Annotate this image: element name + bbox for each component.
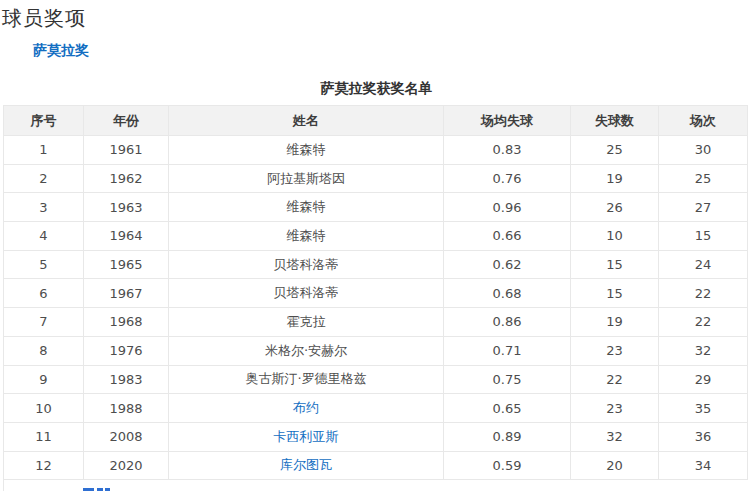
cell-name: 维森特: [169, 222, 444, 251]
cell-conceded: 10: [571, 222, 659, 251]
cell-conceded: 26: [571, 193, 659, 222]
col-header-name: 姓名: [169, 106, 444, 136]
table-row: 101988布约0.652335: [4, 394, 748, 423]
cell-name: 库尔图瓦: [169, 451, 444, 480]
table-caption: 萨莫拉奖获奖名单: [0, 81, 753, 96]
page-title: 球员奖项: [2, 5, 753, 31]
table-row: 91983奥古斯汀·罗德里格兹0.752229: [4, 365, 748, 394]
cell-matches: 36: [659, 422, 748, 451]
cell-conceded: 19: [571, 308, 659, 337]
clipped-next-row: [3, 480, 753, 491]
table-row: 21962阿拉基斯塔因0.761925: [4, 164, 748, 193]
table-row: 51965贝塔科洛蒂0.621524: [4, 250, 748, 279]
cell-no: 4: [4, 222, 84, 251]
cell-name: 霍克拉: [169, 308, 444, 337]
cell-avg: 0.89: [444, 422, 571, 451]
cell-avg: 0.68: [444, 279, 571, 308]
cell-no: 5: [4, 250, 84, 279]
cell-year: 2020: [84, 451, 169, 480]
cell-avg: 0.66: [444, 222, 571, 251]
table-row: 41964维森特0.661015: [4, 222, 748, 251]
col-header-matches: 场次: [659, 106, 748, 136]
cell-conceded: 15: [571, 279, 659, 308]
cell-name: 贝塔科洛蒂: [169, 279, 444, 308]
col-header-conceded: 失球数: [571, 106, 659, 136]
cell-avg: 0.86: [444, 308, 571, 337]
table-row: 112008卡西利亚斯0.893236: [4, 422, 748, 451]
cell-matches: 25: [659, 164, 748, 193]
cell-matches: 15: [659, 222, 748, 251]
cell-name: 阿拉基斯塔因: [169, 164, 444, 193]
cell-conceded: 23: [571, 394, 659, 423]
cell-no: 9: [4, 365, 84, 394]
cell-avg: 0.96: [444, 193, 571, 222]
cell-year: 1964: [84, 222, 169, 251]
cell-conceded: 23: [571, 336, 659, 365]
player-link[interactable]: 布约: [293, 400, 319, 415]
cell-no: 11: [4, 422, 84, 451]
table-row: 11961维森特0.832530: [4, 136, 748, 165]
award-table: 序号 年份 姓名 场均失球 失球数 场次 11961维森特0.832530219…: [3, 105, 748, 480]
cell-conceded: 20: [571, 451, 659, 480]
cell-matches: 32: [659, 336, 748, 365]
cell-no: 10: [4, 394, 84, 423]
cell-conceded: 19: [571, 164, 659, 193]
cell-matches: 27: [659, 193, 748, 222]
cell-matches: 34: [659, 451, 748, 480]
cell-no: 12: [4, 451, 84, 480]
cell-name: 贝塔科洛蒂: [169, 250, 444, 279]
cell-matches: 22: [659, 279, 748, 308]
cell-no: 2: [4, 164, 84, 193]
cell-year: 1963: [84, 193, 169, 222]
cell-conceded: 15: [571, 250, 659, 279]
cell-no: 7: [4, 308, 84, 337]
cell-matches: 24: [659, 250, 748, 279]
cell-name: 米格尔·安赫尔: [169, 336, 444, 365]
cell-avg: 0.75: [444, 365, 571, 394]
cell-avg: 0.83: [444, 136, 571, 165]
cell-matches: 30: [659, 136, 748, 165]
table-row: 71968霍克拉0.861922: [4, 308, 748, 337]
cell-name: 奥古斯汀·罗德里格兹: [169, 365, 444, 394]
cell-year: 1988: [84, 394, 169, 423]
table-row: 81976米格尔·安赫尔0.712332: [4, 336, 748, 365]
cell-name: 维森特: [169, 136, 444, 165]
cell-conceded: 32: [571, 422, 659, 451]
col-header-year: 年份: [84, 106, 169, 136]
cell-year: 1968: [84, 308, 169, 337]
section-row: 萨莫拉奖: [33, 41, 753, 59]
cell-avg: 0.71: [444, 336, 571, 365]
cell-name: 布约: [169, 394, 444, 423]
table-row: 122020库尔图瓦0.592034: [4, 451, 748, 480]
cell-year: 1962: [84, 164, 169, 193]
col-header-no: 序号: [4, 106, 84, 136]
cell-conceded: 25: [571, 136, 659, 165]
cell-year: 1967: [84, 279, 169, 308]
cell-no: 3: [4, 193, 84, 222]
table-row: 61967贝塔科洛蒂0.681522: [4, 279, 748, 308]
cell-name: 维森特: [169, 193, 444, 222]
cell-name: 卡西利亚斯: [169, 422, 444, 451]
table-row: 31963维森特0.962627: [4, 193, 748, 222]
page: { "page": { "title": "球员奖项", "section_li…: [0, 0, 753, 491]
col-header-avg: 场均失球: [444, 106, 571, 136]
cell-year: 1965: [84, 250, 169, 279]
cell-no: 8: [4, 336, 84, 365]
cell-year: 1976: [84, 336, 169, 365]
cell-no: 1: [4, 136, 84, 165]
player-link[interactable]: 卡西利亚斯: [274, 429, 339, 444]
award-table-body: 11961维森特0.83253021962阿拉基斯塔因0.76192531963…: [4, 136, 748, 480]
award-section-link[interactable]: 萨莫拉奖: [33, 42, 89, 58]
cell-conceded: 22: [571, 365, 659, 394]
cell-matches: 29: [659, 365, 748, 394]
cell-avg: 0.65: [444, 394, 571, 423]
cell-year: 2008: [84, 422, 169, 451]
cell-avg: 0.59: [444, 451, 571, 480]
table-header-row: 序号 年份 姓名 场均失球 失球数 场次: [4, 106, 748, 136]
cell-avg: 0.62: [444, 250, 571, 279]
player-link[interactable]: 库尔图瓦: [280, 457, 332, 472]
cell-no: 6: [4, 279, 84, 308]
cell-year: 1983: [84, 365, 169, 394]
cell-matches: 22: [659, 308, 748, 337]
cell-year: 1961: [84, 136, 169, 165]
